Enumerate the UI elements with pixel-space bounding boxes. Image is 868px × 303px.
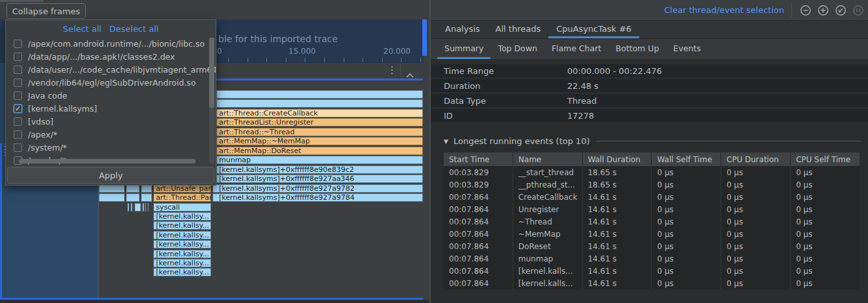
toolbar-separator — [791, 4, 792, 17]
checkbox[interactable] — [14, 130, 22, 139]
checkbox[interactable] — [14, 143, 22, 152]
dropdown-vertical-scrollbar-thumb[interactable] — [209, 38, 214, 108]
frame-filter-item[interactable]: /vendor/lib64/egl/eglSubDriverAndroid.so — [6, 76, 216, 89]
flame-bar[interactable]: [kernel.kallsy... — [153, 250, 211, 258]
tab-cpuasynctask[interactable]: CpuAsyncTask #6 — [548, 21, 639, 38]
checkbox[interactable] — [14, 117, 22, 126]
reset-zoom-icon[interactable] — [834, 4, 847, 16]
select-all-link[interactable]: Select all — [63, 24, 101, 34]
flame-bar[interactable]: art::MemMap::DoReset — [216, 147, 423, 155]
column-wall-duration[interactable]: Wall Duration — [582, 152, 652, 166]
apply-button[interactable]: Apply — [7, 167, 214, 184]
subtab-flame-chart[interactable]: Flame Chart — [544, 39, 609, 59]
flame-bar[interactable]: art::Thread::~Thread — [216, 128, 423, 136]
event-row[interactable]: 00:07.864 CreateCallback 14.61 s 0 µs 0 … — [444, 191, 860, 203]
checkbox[interactable] — [14, 91, 22, 100]
flame-bar[interactable]: [kernel.kallsy... — [153, 259, 211, 267]
column-start-time[interactable]: Start Time — [444, 152, 513, 166]
collapse-triangle-icon[interactable]: ▼ — [444, 138, 448, 145]
event-row[interactable]: 00:07.864 munmap 14.61 s 0 µs 0 µs 0 µs — [444, 252, 860, 265]
tab-analysis[interactable]: Analysis — [437, 21, 488, 38]
event-row[interactable]: 00:07.864 [kernel.kalls... 14.61 s 0 µs … — [444, 265, 860, 277]
flame-bar[interactable] — [216, 90, 423, 99]
flame-bar[interactable] — [141, 193, 152, 202]
flame-bar[interactable]: art::ThreadList::Unregister — [216, 118, 423, 127]
tab-all-threads[interactable]: All threads — [488, 21, 549, 38]
flame-bar[interactable] — [131, 203, 133, 212]
event-row[interactable]: 00:07.864 Unregister 14.61 s 0 µs 0 µs 0… — [444, 203, 860, 215]
event-cpu-duration: 0 µs — [721, 191, 790, 203]
column-cpu-self-time[interactable]: CPU Self Time — [790, 152, 860, 166]
flame-bar[interactable]: [kernel.kallsy... — [153, 212, 211, 221]
flame-bar[interactable] — [145, 203, 146, 212]
summary-value: 22.48 s — [567, 81, 598, 91]
event-cpu-self-time: 0 µs — [790, 191, 860, 203]
frame-selection-icon[interactable] — [852, 4, 864, 16]
frame-filter-item[interactable]: [kernel.kallsyms] — [6, 102, 216, 115]
flame-bar[interactable]: [kernel.kallsyms]+0xffffff8e927aa346 — [216, 175, 423, 183]
event-row[interactable]: 00:07.864 ~MemMap 14.61 s 0 µs 0 µs 0 µs — [444, 228, 860, 240]
deselect-all-link[interactable]: Deselect all — [109, 24, 159, 34]
subtab-summary[interactable]: Summary — [437, 39, 491, 59]
flame-bar[interactable] — [99, 193, 125, 202]
frame-filter-item[interactable]: /apex/com.android.runtime/.../bionic/lib… — [6, 37, 216, 50]
event-row[interactable]: 00:07.864 ~Thread 14.61 s 0 µs 0 µs 0 µs — [444, 215, 860, 228]
event-cpu-self-time: 0 µs — [790, 240, 860, 252]
flame-bar[interactable]: syscall — [153, 203, 211, 212]
flame-bar[interactable]: [kernel.kallsy... — [153, 268, 211, 276]
flame-bar[interactable]: [kernel.kallsy... — [153, 240, 211, 248]
column-wall-self-time[interactable]: Wall Self Time — [651, 152, 721, 166]
event-wall-self-time: 0 µs — [651, 166, 721, 178]
frame-filter-item-label: /apex/com.android.runtime/.../bionic/lib… — [28, 39, 205, 49]
flame-bar[interactable] — [134, 203, 141, 212]
column-name[interactable]: Name — [513, 152, 582, 166]
flame-bar[interactable]: [kernel.kallsyms]+0xffffff8e927a9782 — [212, 184, 423, 193]
zoom-out-icon[interactable] — [799, 4, 811, 16]
flame-bar[interactable]: munmap — [216, 156, 423, 164]
event-row[interactable]: 00:07.864 [kernel.kalls... 14.61 s 0 µs … — [444, 277, 860, 289]
event-wall-self-time: 0 µs — [651, 252, 721, 265]
frame-filter-item[interactable]: /data/app/.../base.apk!/classes2.dex — [6, 50, 216, 63]
subtab-bottom-up[interactable]: Bottom Up — [608, 39, 666, 59]
event-row[interactable]: 00:07.864 DoReset 14.61 s 0 µs 0 µs 0 µs — [444, 240, 860, 252]
checkbox[interactable] — [14, 79, 22, 87]
flame-bar[interactable] — [126, 193, 140, 202]
events-section-header[interactable]: ▼ Longest running events (top 10) — [444, 136, 862, 146]
summary-row: Time Range 00:00.000 - 00:22.476 — [431, 64, 868, 77]
checkbox[interactable] — [14, 104, 22, 113]
clear-selection-link[interactable]: Clear thread/event selection — [664, 5, 784, 15]
column-cpu-duration[interactable]: CPU Duration — [721, 152, 790, 166]
dropdown-vertical-scrollbar[interactable] — [209, 38, 214, 164]
flame-bar[interactable]: art::Thread::Park — [153, 193, 211, 202]
subtab-events[interactable]: Events — [666, 39, 708, 59]
flame-bar[interactable]: art::Thread::CreateCallback — [216, 109, 423, 117]
flame-bar[interactable]: art::MemMap::~MemMap — [216, 137, 423, 145]
flame-bar[interactable] — [142, 203, 144, 212]
event-wall-duration: 18.65 s — [582, 166, 652, 178]
frame-filter-item[interactable]: /data/user/.../code_cache/libjvmtiagent_… — [6, 63, 216, 76]
collapse-frames-button[interactable]: Collapse frames — [6, 3, 86, 19]
frame-filter-item[interactable]: /system/* — [6, 141, 216, 154]
frame-filter-item[interactable]: [vdso] — [6, 115, 216, 128]
flame-bar[interactable]: [kernel.kallsyms]+0xffffff8e90e839c2 — [216, 165, 423, 174]
dropdown-horizontal-scrollbar-thumb[interactable] — [19, 159, 196, 164]
checkbox[interactable] — [14, 40, 22, 48]
checkbox[interactable] — [14, 53, 22, 61]
subtab-top-down[interactable]: Top Down — [491, 39, 544, 59]
frame-filter-item-label: /system/* — [28, 143, 67, 152]
flame-bar[interactable]: [kernel.kallsy... — [153, 231, 211, 239]
zoom-in-icon[interactable] — [817, 4, 829, 16]
flame-bar[interactable] — [147, 203, 149, 212]
flame-bar[interactable]: [kernel.kallsy... — [153, 221, 211, 230]
checkbox[interactable] — [14, 66, 22, 74]
flame-bar[interactable] — [127, 203, 129, 212]
frame-filter-item[interactable]: Java code — [6, 89, 216, 102]
kebab-menu-icon[interactable]: ⋮ — [387, 64, 397, 76]
frame-filter-item[interactable]: /apex/* — [6, 128, 216, 141]
flame-bar[interactable]: [kernel.kallsyms]+0xffffff8e927a9784 — [212, 193, 423, 202]
event-row[interactable]: 00:03.829 __pthread_st... 18.65 s 0 µs 0… — [444, 178, 860, 191]
timeline-scrollbar-thumb[interactable] — [422, 19, 427, 56]
summary-row: ID 17278 — [431, 109, 868, 122]
flame-bar[interactable] — [216, 99, 423, 108]
event-row[interactable]: 00:03.829 __start_thread 18.65 s 0 µs 0 … — [444, 166, 860, 178]
